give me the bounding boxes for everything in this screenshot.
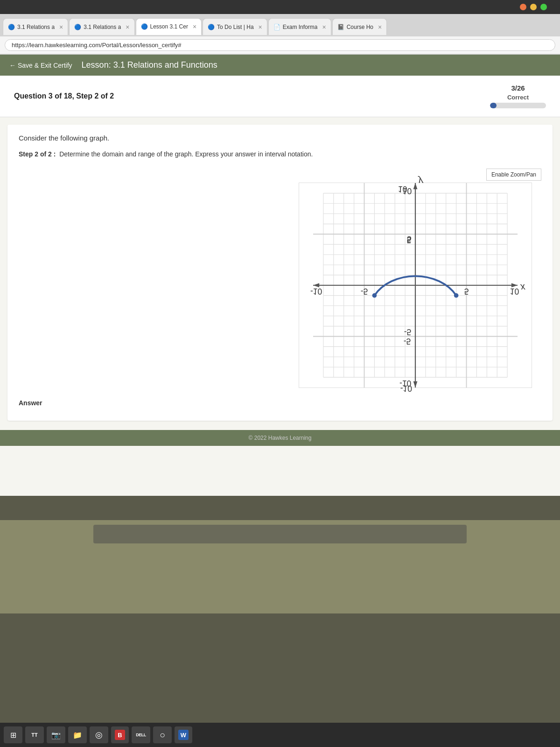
taskbar-word[interactable]: W xyxy=(175,726,192,743)
browser-tab-tab5[interactable]: 📄 Exam Informa × xyxy=(268,18,331,35)
tab-close-button[interactable]: × xyxy=(126,23,129,31)
app-header: ← Save & Exit Certify Lesson: 3.1 Relati… xyxy=(0,55,560,76)
graph-dot-right xyxy=(454,293,459,298)
y-tick-neg10: -10 xyxy=(399,379,412,388)
tab-icon: 📓 xyxy=(337,24,344,30)
taskbar-dell[interactable]: DELL xyxy=(132,726,150,743)
taskbar-b[interactable]: B xyxy=(111,726,129,743)
tab-label: Lesson 3.1 Cer xyxy=(150,23,188,30)
tab-label: 3.1 Relations a xyxy=(84,24,121,30)
graph-inner: Enable Zoom/Pan xyxy=(299,169,541,390)
x-tick-neg5: -5 xyxy=(361,287,368,296)
address-bar[interactable]: https://learn.hawkeslearning.com/Portal/… xyxy=(5,39,555,51)
taskbar-chrome[interactable]: ◎ xyxy=(90,726,108,743)
answer-label: Answer xyxy=(19,399,541,407)
window-close[interactable] xyxy=(520,4,526,10)
address-bar-row: https://learn.hawkeslearning.com/Portal/… xyxy=(0,36,560,54)
y-axis-down-arrow xyxy=(413,381,418,388)
lesson-title: Lesson: 3.1 Relations and Functions xyxy=(82,60,217,70)
progress-fraction: 3/26 xyxy=(511,84,525,92)
y-tick-5: 5 xyxy=(406,235,411,245)
tab-bar: 🔵 3.1 Relations a × 🔵 3.1 Relations a × … xyxy=(0,14,560,36)
progress-bar-fill xyxy=(490,103,497,108)
x-tick-10: 10 xyxy=(510,287,519,296)
consider-text: Consider the following graph. xyxy=(19,134,541,142)
enable-zoom-button[interactable]: Enable Zoom/Pan xyxy=(486,169,541,181)
word-icon: W xyxy=(178,730,189,740)
browser-tab-tab4[interactable]: 🔵 To Do List | Ha × xyxy=(203,18,267,35)
progress-section: 3/26 Correct xyxy=(490,84,546,108)
tab-icon: 🔵 xyxy=(141,23,147,30)
window-maximize[interactable] xyxy=(540,4,547,10)
camera-icon: 📷 xyxy=(50,729,62,740)
tab-icon: 🔵 xyxy=(8,24,14,30)
y-axis-arrow xyxy=(413,183,418,189)
taskbar-camera[interactable]: 📷 xyxy=(47,726,65,743)
window-minimize[interactable] xyxy=(530,4,537,10)
y-label-neg5: -5 xyxy=(404,337,411,346)
x-tick-5: 5 xyxy=(464,287,469,296)
tab-label: 3.1 Relations a xyxy=(17,24,55,30)
taskbar: ⊞ TT 📷 📁 ◎ B DELL ○ W xyxy=(0,723,560,747)
step-label: Step 2 of 2 : xyxy=(19,150,56,158)
y-tick-10: 10 xyxy=(398,184,407,194)
question-body: Consider the following graph. Step 2 of … xyxy=(7,125,553,421)
b-icon: B xyxy=(115,730,125,740)
main-content: Question 3 of 18, Step 2 of 2 3/26 Corre… xyxy=(0,76,560,496)
answer-section: Answer xyxy=(19,399,541,407)
graph-wrapper: 10 5 -5 -10 10 5 -5 -10 -10 xyxy=(299,183,541,390)
x-axis-label: x xyxy=(520,282,526,293)
copyright-text: © 2022 Hawkes Learning xyxy=(249,435,312,441)
tab-label: Exam Informa xyxy=(283,24,318,30)
tab-close-button[interactable]: × xyxy=(193,23,196,30)
progress-label: Correct xyxy=(507,94,529,101)
browser-tab-tab6[interactable]: 📓 Course Ho × xyxy=(332,18,387,35)
y-axis-label: y xyxy=(418,176,424,186)
browser-tab-tab2[interactable]: 🔵 3.1 Relations a × xyxy=(69,18,134,35)
chrome-icon: ◎ xyxy=(93,729,105,740)
y-tick-neg5: -5 xyxy=(404,327,412,337)
browser-frame: 🔵 3.1 Relations a × 🔵 3.1 Relations a × … xyxy=(0,14,560,55)
browser-tab-tab3[interactable]: 🔵 Lesson 3.1 Cer × xyxy=(136,18,202,35)
tab-close-button[interactable]: × xyxy=(378,23,382,31)
footer: © 2022 Hawkes Learning xyxy=(0,430,560,446)
laptop-keyboard xyxy=(93,525,467,543)
question-info: Question 3 of 18, Step 2 of 2 xyxy=(14,92,114,100)
tab-label: To Do List | Ha xyxy=(217,24,253,30)
progress-bar-container xyxy=(490,103,546,108)
browser-tab-tab1[interactable]: 🔵 3.1 Relations a × xyxy=(3,18,68,35)
tab-label: Course Ho xyxy=(347,24,373,30)
graph-container: Enable Zoom/Pan xyxy=(19,169,541,390)
tab-icon: 🔵 xyxy=(74,24,81,30)
question-header: Question 3 of 18, Step 2 of 2 3/26 Corre… xyxy=(0,76,560,117)
dell-icon: DELL xyxy=(135,729,147,740)
step-instruction: Determine the domain and range of the gr… xyxy=(59,150,313,158)
taskbar-circle[interactable]: ○ xyxy=(153,726,172,743)
tab-close-button[interactable]: × xyxy=(59,23,63,31)
laptop-bottom xyxy=(0,520,560,613)
tab-close-button[interactable]: × xyxy=(259,23,262,31)
x-tick-neg10: -10 xyxy=(310,287,322,296)
step-text: Step 2 of 2 : Determine the domain and r… xyxy=(19,149,541,159)
graph-dot-left xyxy=(372,293,377,298)
folder-icon: 📁 xyxy=(72,729,83,740)
tab-icon: 📄 xyxy=(273,24,280,30)
tab-icon: 🔵 xyxy=(208,24,214,30)
coordinate-graph: 10 5 -5 -10 10 5 -5 -10 -10 xyxy=(299,183,532,388)
tab-close-button[interactable]: × xyxy=(322,23,326,31)
save-exit-button[interactable]: ← Save & Exit Certify xyxy=(9,62,72,69)
axis-labels-group: 10 5 -5 -10 -10 -5 5 10 x y xyxy=(310,176,526,388)
start-icon: ⊞ xyxy=(7,729,19,740)
tt-icon: TT xyxy=(29,729,40,740)
taskbar-tt[interactable]: TT xyxy=(25,726,44,743)
taskbar-folder[interactable]: 📁 xyxy=(68,726,87,743)
taskbar-start[interactable]: ⊞ xyxy=(4,726,22,743)
circle-icon: ○ xyxy=(157,729,168,740)
